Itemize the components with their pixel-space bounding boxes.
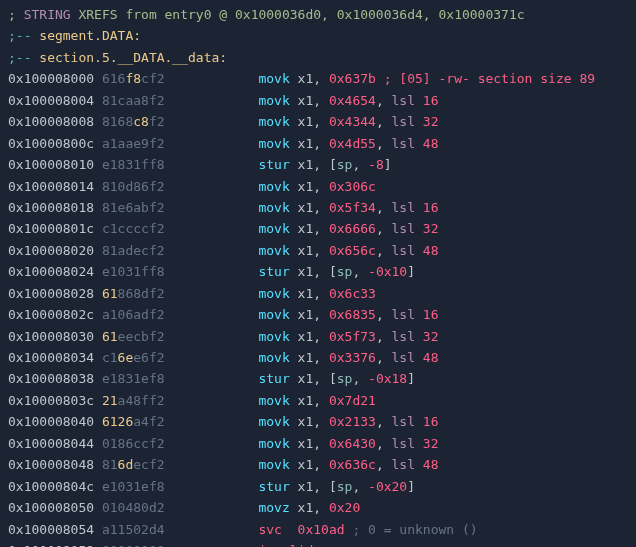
dest-register: x1	[298, 264, 314, 279]
disasm-row: 0x10000802c a106adf2 movk x1, 0x6835, ls…	[8, 304, 628, 325]
dest-register: x1	[298, 221, 314, 236]
immediate: 0x4654	[329, 93, 376, 108]
base-register: sp	[337, 479, 353, 494]
mnemonic: movk	[258, 114, 297, 129]
shift-amount: 48	[423, 136, 439, 151]
shift-amount: 48	[423, 243, 439, 258]
disasm-row: 0x100008008 8168c8f2 movk x1, 0x4344, ls…	[8, 111, 628, 132]
immediate: 0x4d55	[329, 136, 376, 151]
disasm-row: 0x100008000 616f8cf2 movk x1, 0x637b ; […	[8, 68, 628, 89]
mnemonic: movk	[258, 414, 297, 429]
line-comment: ; [05] -rw- section size 89	[384, 71, 595, 86]
shift-amount: 48	[423, 350, 439, 365]
address: 0x100008008	[8, 114, 102, 129]
shift-op: lsl	[392, 200, 415, 215]
mnemonic: movk	[258, 436, 297, 451]
address: 0x100008030	[8, 329, 102, 344]
address: 0x10000803c	[8, 393, 102, 408]
dest-register: x1	[298, 457, 314, 472]
svc-comment: ; 0 = unknown ()	[345, 522, 478, 537]
shift-amount: 32	[423, 221, 439, 236]
shift-op: lsl	[392, 221, 415, 236]
hex-bytes: c1ccccf2	[102, 221, 165, 236]
hex-bytes: c16ee6f2	[102, 350, 165, 365]
dest-register: x1	[298, 436, 314, 451]
header-section: ;-- section.5.__DATA.__data:	[8, 47, 628, 68]
immediate: 0x636c	[329, 457, 376, 472]
mnemonic: movk	[258, 307, 297, 322]
dest-register: x1	[298, 393, 314, 408]
mnemonic: movk	[258, 457, 297, 472]
offset: -8	[368, 157, 384, 172]
disasm-row: 0x100008058 00000000 invalid	[8, 540, 628, 547]
dest-register: x1	[298, 157, 314, 172]
hex-bytes: a106adf2	[102, 307, 165, 322]
shift-amount: 32	[423, 114, 439, 129]
dest-register: x1	[298, 136, 314, 151]
dest-register: x1	[298, 114, 314, 129]
base-register: sp	[337, 157, 353, 172]
shift-op: lsl	[392, 93, 415, 108]
header-segment: ;-- segment.DATA:	[8, 25, 628, 46]
dest-register: x1	[298, 243, 314, 258]
mnemonic: movk	[258, 71, 297, 86]
hex-bytes: 6126a4f2	[102, 414, 165, 429]
mnemonic: movk	[258, 329, 297, 344]
shift-op: lsl	[392, 136, 415, 151]
immediate: 0x6835	[329, 307, 376, 322]
disasm-row: 0x100008048 816decf2 movk x1, 0x636c, ls…	[8, 454, 628, 475]
address: 0x10000801c	[8, 221, 102, 236]
dest-register: x1	[298, 350, 314, 365]
hex-bytes: e1031ef8	[102, 479, 165, 494]
disasm-row: 0x100008038 e1831ef8 stur x1, [sp, -0x18…	[8, 368, 628, 389]
mnemonic: movz	[258, 500, 297, 515]
header-xrefs: ; STRING XREFS from entry0 @ 0x1000036d0…	[8, 4, 628, 25]
immediate: 0x6666	[329, 221, 376, 236]
immediate: 0x5f73	[329, 329, 376, 344]
address: 0x100008004	[8, 93, 102, 108]
dest-register: x1	[298, 286, 314, 301]
shift-op: lsl	[392, 457, 415, 472]
shift-op: lsl	[392, 329, 415, 344]
hex-bytes: e1831ef8	[102, 371, 165, 386]
shift-amount: 16	[423, 93, 439, 108]
immediate: 0x5f34	[329, 200, 376, 215]
dest-register: x1	[298, 414, 314, 429]
offset: -0x18	[368, 371, 407, 386]
disasm-row: 0x100008018 81e6abf2 movk x1, 0x5f34, ls…	[8, 197, 628, 218]
address: 0x100008054	[8, 522, 102, 537]
hex-bytes: 0186ccf2	[102, 436, 165, 451]
disasm-row: 0x10000800c a1aae9f2 movk x1, 0x4d55, ls…	[8, 133, 628, 154]
dest-register: x1	[298, 179, 314, 194]
hex-bytes: 61868df2	[102, 286, 165, 301]
hex-highlight: f8	[125, 71, 141, 86]
semicolon: ;	[8, 7, 16, 22]
address: 0x100008024	[8, 264, 102, 279]
immediate: 0x4344	[329, 114, 376, 129]
address: 0x100008028	[8, 286, 102, 301]
address: 0x10000804c	[8, 479, 102, 494]
disasm-row: 0x100008028 61868df2 movk x1, 0x6c33	[8, 283, 628, 304]
immediate: 0x6430	[329, 436, 376, 451]
hex-bytes: 8168c8f2	[102, 114, 165, 129]
disasm-row: 0x100008034 c16ee6f2 movk x1, 0x3376, ls…	[8, 347, 628, 368]
disasm-row: 0x100008020 81adecf2 movk x1, 0x656c, ls…	[8, 240, 628, 261]
address: 0x100008014	[8, 179, 102, 194]
address: 0x100008010	[8, 157, 102, 172]
immediate: 0x656c	[329, 243, 376, 258]
offset: -0x10	[368, 264, 407, 279]
xrefs-keyword: STRING	[24, 7, 71, 22]
disasm-row: 0x10000804c e1031ef8 stur x1, [sp, -0x20…	[8, 476, 628, 497]
segment-label: segment.DATA:	[39, 28, 141, 43]
disasm-row: 0x100008024 e1031ff8 stur x1, [sp, -0x10…	[8, 261, 628, 282]
mnemonic: movk	[258, 136, 297, 151]
disasm-row: 0x10000801c c1ccccf2 movk x1, 0x6666, ls…	[8, 218, 628, 239]
address: 0x100008034	[8, 350, 102, 365]
address: 0x10000800c	[8, 136, 102, 151]
shift-amount: 16	[423, 200, 439, 215]
mnemonic: stur	[258, 371, 297, 386]
address: 0x100008048	[8, 457, 102, 472]
hex-bytes: 61eecbf2	[102, 329, 165, 344]
address: 0x100008040	[8, 414, 102, 429]
base-register: sp	[337, 264, 353, 279]
